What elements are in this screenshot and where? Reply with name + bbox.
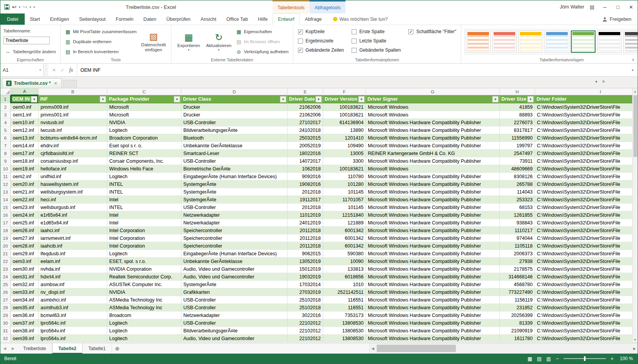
option-gebänderte-zeilen[interactable]: ✓Gebänderte Zeilen — [298, 47, 344, 53]
cell[interactable]: 25032015 — [288, 134, 323, 142]
ribbon-tab-datei[interactable]: Datei — [0, 13, 25, 25]
cell[interactable]: C:\Windows\System32\DriverStore\File — [535, 327, 638, 335]
cancel-entry-icon[interactable]: ✕ — [52, 67, 56, 73]
cell[interactable]: helloface.inf — [39, 165, 107, 173]
cell[interactable]: 13808530 — [323, 327, 366, 335]
cell[interactable]: oem0.inf — [11, 103, 39, 111]
cell[interactable]: Microsoft Windows Hardware Compatibility… — [366, 188, 500, 196]
ribbon-tab-überprüfen[interactable]: Überprüfen — [161, 13, 196, 25]
cell[interactable]: 21062006 — [288, 103, 323, 111]
cell[interactable]: C:\Windows\System32\DriverStore\File — [535, 250, 638, 258]
save-icon[interactable] — [4, 4, 10, 10]
cell[interactable]: 590380 — [323, 250, 366, 258]
formula-bar-grip[interactable]: ⋮ — [44, 64, 48, 76]
row-header-2[interactable]: 2 — [0, 103, 11, 111]
row-header-14[interactable]: 14 — [0, 196, 11, 204]
page-break-view-icon[interactable]: ▥ — [546, 356, 551, 362]
cell[interactable]: 265788 — [500, 180, 535, 188]
cell[interactable]: Intel Corporation — [107, 227, 181, 234]
cell[interactable]: 199797 — [500, 142, 535, 150]
tools-item-mit-pivottable-zusammenfassen[interactable]: ▦Mit PivotTable zusammenfassen — [64, 29, 138, 35]
cell[interactable]: 13052019 — [288, 258, 323, 265]
ribbon-tab-entwurf[interactable]: Entwurf — [272, 13, 300, 25]
cell[interactable]: 2521142511 — [323, 288, 366, 296]
cell[interactable]: 314668146 — [500, 273, 535, 281]
row-header-20[interactable]: 20 — [0, 242, 11, 250]
cell[interactable]: Intel Corporation — [107, 242, 181, 250]
table-style-blue[interactable] — [545, 30, 569, 53]
cell[interactable]: C:\Windows\System32\DriverStore\File — [535, 119, 638, 126]
cell[interactable]: oem24.inf — [11, 211, 39, 219]
cell[interactable]: 614136904 — [323, 119, 366, 126]
select-all-corner[interactable] — [0, 88, 11, 95]
refresh-button[interactable]: ↻ Aktualisieren ▾ — [204, 26, 234, 57]
cell[interactable]: oem35.inf — [11, 304, 39, 312]
cell[interactable]: 27102017 — [288, 119, 323, 126]
cell[interactable]: oem30.inf — [11, 265, 39, 273]
cell[interactable]: oem22.inf — [11, 196, 39, 204]
cell[interactable]: Grafikkarten — [181, 288, 288, 296]
cell[interactable]: Audio, Video und Gamecontroller — [181, 265, 288, 273]
scroll-down-icon[interactable]: ▼ — [633, 337, 638, 343]
scroll-left-icon[interactable]: ◀ — [370, 347, 376, 351]
ribbon-tab-ansicht[interactable]: Ansicht — [196, 13, 222, 25]
undo-icon[interactable]: ↩ — [12, 4, 17, 10]
cell[interactable]: 10090 — [323, 258, 366, 265]
minimize-button[interactable]: ─ — [598, 0, 611, 13]
row-header-11[interactable]: 11 — [0, 173, 11, 180]
cell[interactable]: 6018656 — [323, 273, 366, 281]
cell[interactable]: 11012019 — [288, 211, 323, 219]
cell[interactable]: C:\Windows\System32\DriverStore\File — [535, 150, 638, 157]
filter-dropdown-icon[interactable]: ▾ — [174, 96, 180, 103]
cell[interactable]: Microsoft Windows Hardware Compatibility… — [366, 126, 500, 134]
cell[interactable]: Microsoft — [107, 103, 181, 111]
row-header-13[interactable]: 13 — [0, 188, 11, 196]
row-header-27[interactable]: 27 — [0, 296, 11, 304]
cell[interactable]: SystemgerÃ¤te — [181, 188, 288, 196]
page-layout-view-icon[interactable]: ▤ — [537, 356, 542, 362]
cell[interactable]: Windows Hello Face — [107, 165, 181, 173]
table-style-dark-gray[interactable] — [623, 30, 638, 53]
cell[interactable]: C:\Windows\System32\DriverStore\File — [535, 312, 638, 319]
cell[interactable]: C:\Windows\System32\DriverStore\File — [535, 204, 638, 211]
cell[interactable]: Drucker — [181, 103, 288, 111]
cell[interactable]: NVIDIA — [107, 119, 181, 126]
row-header-26[interactable]: 26 — [0, 288, 11, 296]
cell[interactable]: 88893 — [500, 111, 535, 119]
option-ergebniszeile[interactable]: Ergebniszeile — [298, 38, 344, 44]
cell[interactable]: 24012019 — [288, 219, 323, 227]
cell[interactable]: Microsoft Windows Hardware Compatibility… — [366, 234, 500, 242]
cell[interactable]: 133813 — [323, 265, 366, 273]
cell[interactable]: nvstusb.inf — [39, 119, 107, 126]
external-item-verknüpfung-aufheben[interactable]: ⊘Verknüpfung aufheben — [235, 49, 290, 55]
name-box[interactable]: A1 ▾ — [0, 64, 44, 76]
cell[interactable]: oem38.inf — [11, 327, 39, 335]
filter-dropdown-icon[interactable]: ▾ — [492, 96, 499, 103]
row-header-8[interactable]: 8 — [0, 150, 11, 157]
cell[interactable]: 1201410 — [323, 134, 366, 142]
external-item-eigenschaften[interactable]: ▦Eigenschaften — [235, 29, 290, 35]
cell[interactable]: 13890 — [323, 126, 366, 134]
empty-document-tab[interactable] — [63, 80, 77, 88]
cell[interactable]: Broadcom Corporation — [107, 134, 181, 142]
cell[interactable]: oem28.inf — [11, 242, 39, 250]
cell[interactable]: Microsoft Windows Hardware Compatibility… — [366, 211, 500, 219]
cell[interactable]: oem32.inf — [11, 281, 39, 288]
cell[interactable]: prnms001.inf — [39, 111, 107, 119]
abfragetools-header[interactable]: Abfragetools — [310, 0, 345, 13]
cell[interactable]: Broadcom — [107, 312, 181, 319]
customize-qat-icon[interactable]: ▾ — [34, 5, 35, 9]
column-letter-H[interactable]: H — [500, 88, 535, 95]
cell[interactable]: C:\Windows\System32\DriverStore\File — [535, 335, 638, 342]
row-header-12[interactable]: 12 — [0, 180, 11, 188]
cell[interactable]: Microsoft Windows — [366, 165, 500, 173]
collapse-ribbon-icon[interactable]: ∧ — [632, 57, 635, 62]
cell[interactable]: Microsoft Windows Hardware Compatibility… — [366, 335, 500, 342]
cell[interactable]: INTEL — [107, 180, 181, 188]
cell[interactable]: Logitech — [107, 335, 181, 342]
cell[interactable]: Corsair Components, Inc. — [107, 157, 181, 165]
cell[interactable]: bcbtums-win8x64-brcm.inf — [39, 134, 107, 142]
cell[interactable]: USB-Controller — [181, 204, 288, 211]
cell[interactable]: 1062018 — [288, 165, 323, 173]
row-header-4[interactable]: 4 — [0, 119, 11, 126]
